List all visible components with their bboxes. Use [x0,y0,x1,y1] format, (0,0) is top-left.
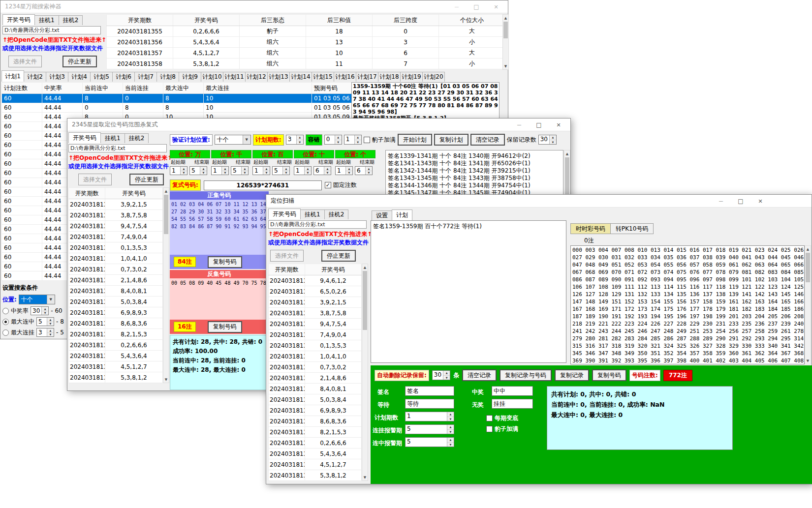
tab-draw-numbers[interactable]: 开奖号码 [68,132,101,143]
column-header[interactable]: 预测号码 [312,83,352,94]
table-row[interactable]: 202403181350 8,4,0,8,1 [269,384,362,394]
copy-numbers-button[interactable]: 复制号码 [208,256,242,268]
table-row[interactable]: 202403181352 6,9,8,9,3 [69,307,163,318]
table-row[interactable]: 202403181355 0,2,6,6,6 [269,438,362,448]
plan-tab[interactable]: 计划18 [378,72,401,82]
table-row[interactable]: 202403181343 3,8,7,5,8 [269,308,362,319]
spinner-down-icon[interactable] [550,140,556,145]
spinner-up-icon[interactable] [355,135,361,140]
table-row[interactable]: 202403181356 5,4,3,6,4 组六 13 3 小 [107,37,505,48]
spinner-arrows[interactable] [549,135,556,144]
copy-numbers-button[interactable]: 复制号码 [208,321,242,333]
table-row[interactable]: 202403181340 9,4,6,1,2 [269,275,362,286]
spinner-up-icon[interactable] [447,438,454,443]
tolerance-spinner-2[interactable]: 1 [344,135,362,145]
table-row[interactable]: 202403181356 5,4,3,6,4 [269,448,362,459]
lose-alarm-spinner[interactable]: 5 [405,424,454,434]
table-row[interactable]: 202403181354 8,2,1,5,3 [269,427,362,438]
spinner-arrows[interactable] [345,167,352,175]
chevron-down-icon[interactable] [47,295,55,304]
spinner-up-icon[interactable] [283,167,289,171]
vertical-scrollbar[interactable] [362,264,368,481]
table-row[interactable]: 202403181342 3,9,2,1,5 [269,297,362,308]
spinner-down-icon[interactable] [305,171,311,175]
spinner-up-icon[interactable] [242,167,248,171]
spinner-up-icon[interactable] [200,167,207,171]
scroll-down-icon[interactable] [503,63,508,69]
table-row[interactable]: 202403181351 5,0,3,8,4 [69,297,163,307]
leopard-fill-checkbox[interactable]: 豹子加满 [364,136,396,144]
spinner-down-icon[interactable] [47,322,54,326]
spinner-arrows[interactable] [282,167,289,175]
end-period-spinner[interactable]: 6 [313,166,331,175]
table-row[interactable]: 202403181355 0,2,6,6,6 豹子 18 0 大 [107,26,505,37]
table-row[interactable]: 202403181348 0,7,3,0,2 [69,264,163,275]
spinner-arrows[interactable] [296,135,303,144]
spinner-down-icon[interactable] [335,140,342,145]
file-path-input[interactable]: D:\奇趣腾讯分分彩.txt [2,26,101,34]
table-row[interactable]: 202403181357 4,5,1,2,7 [269,459,362,470]
table-row[interactable]: 202403181341 6,5,0,2,6 [269,286,362,297]
plan-tab[interactable]: 计划12 [245,72,268,82]
column-header[interactable]: 开奖期数 [69,188,105,199]
column-header[interactable]: 中奖率 [42,83,83,94]
table-row[interactable]: 202403181353 8,6,8,3,6 [69,318,163,329]
keep-records-spinner[interactable]: 30 [538,135,557,145]
spinner-down-icon[interactable] [355,140,361,145]
spinner-arrows[interactable] [47,329,54,336]
chevron-down-icon[interactable] [243,135,250,144]
radio-icon[interactable] [2,329,9,336]
scrollbar-thumb[interactable] [164,195,168,234]
plan-tab[interactable]: 计划15 [312,72,334,82]
table-row[interactable]: 202403181345 7,4,9,0,4 [69,232,163,242]
plan-tab[interactable]: 计划9 [179,72,201,82]
spinner-arrows[interactable] [447,412,454,421]
spinner-down-icon[interactable] [242,171,248,175]
spinner-down-icon[interactable] [42,311,48,315]
scroll-up-icon[interactable] [362,264,368,270]
copy-plan-button[interactable]: 复制计划 [434,134,468,146]
close-button[interactable] [549,119,568,131]
spinner-up-icon[interactable] [305,167,311,171]
end-period-spinner[interactable]: 5 [189,166,207,175]
spinner-down-icon[interactable] [366,171,372,175]
table-row[interactable]: 202403181347 1,0,4,1,0 [269,351,362,362]
record-line[interactable]: 签名1343-1345期 十个 84注 1343期 开38758中(1) [388,175,561,182]
spinner-arrows[interactable] [354,135,361,144]
column-header[interactable]: 开奖号码 [105,188,163,199]
maximize-button[interactable] [529,119,549,131]
table-row[interactable]: 202403181354 8,2,1,5,3 [69,329,163,340]
column-header[interactable]: 开奖期数 [107,15,173,26]
spinner-up-icon[interactable] [47,318,54,322]
scroll-down-icon[interactable] [362,474,368,480]
column-header[interactable]: 最大连挂 [204,83,312,94]
spinner-arrows[interactable] [180,167,187,175]
record-line[interactable]: 签名1342-1344期 十个 84注 1342期 开39215中(1) [388,167,561,175]
plan-tab[interactable]: 计划17 [356,72,378,82]
auto-delete-spinner[interactable]: 30 [432,370,450,380]
minimize-button[interactable] [509,119,529,131]
close-button[interactable] [750,195,770,208]
tab-autorun-2[interactable]: 挂机2 [324,209,349,219]
scroll-down-icon[interactable] [805,358,811,364]
maxwin-spinner[interactable]: 5 [36,317,54,326]
spinner-arrows[interactable] [324,167,331,175]
winrate-spinner[interactable]: 30 [31,306,49,315]
table-row[interactable]: 202403181353 8,6,8,3,6 [269,416,362,427]
checkbox-checked-icon[interactable] [325,182,331,188]
file-path-input[interactable]: D:\奇趣腾讯分分彩.txt [68,144,167,152]
table-row[interactable]: 202403181343 3,8,7,5,8 [69,210,163,221]
compound-number-value[interactable]: 126539*274631 [204,180,322,190]
spinner-up-icon[interactable] [263,167,270,171]
lose-input[interactable]: 挂挂 [492,399,533,409]
plan-tab[interactable]: 计划5 [90,72,113,82]
record-line[interactable]: 签名1339-1341期 十个 84注 1340期 开94612中(2) [388,152,561,160]
spinner-down-icon[interactable] [443,376,450,380]
position-select[interactable]: 十个 [19,295,55,304]
plan-tab[interactable]: 计划19 [400,72,423,82]
spinner-arrows[interactable] [200,167,207,175]
minimize-button[interactable] [711,195,731,208]
spinner-arrows[interactable] [41,307,48,315]
start-period-spinner[interactable]: 1 [211,166,229,175]
tab-autorun-2[interactable]: 挂机2 [59,15,83,25]
